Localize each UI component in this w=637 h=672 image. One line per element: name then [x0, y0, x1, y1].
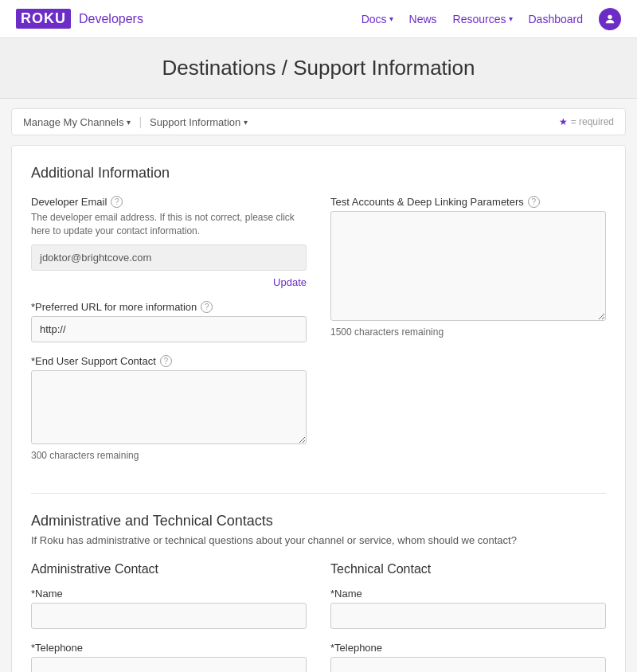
right-column: Test Accounts & Deep Linking Parameters … [330, 196, 606, 474]
technical-contact-heading: Technical Contact [330, 562, 606, 576]
developer-email-label: Developer Email ? [31, 196, 307, 208]
nav-news[interactable]: News [409, 13, 437, 25]
admin-contact-column: Administrative Contact *Name *Telephone … [31, 562, 307, 672]
admin-name-label: *Name [31, 588, 307, 600]
admin-telephone-label: *Telephone [31, 642, 307, 654]
preferred-url-input[interactable] [31, 316, 307, 342]
page-title: Destinations / Support Information [16, 56, 621, 80]
test-accounts-group: Test Accounts & Deep Linking Parameters … [330, 196, 606, 338]
breadcrumb-support-info[interactable]: Support Information ▾ [150, 116, 248, 128]
developer-email-group: Developer Email ? The developer email ad… [31, 196, 307, 288]
section-divider [31, 493, 606, 494]
admin-name-input[interactable] [31, 603, 307, 629]
admin-contact-heading: Administrative Contact [31, 562, 307, 576]
developer-email-description: The developer email address. If this is … [31, 211, 307, 238]
preferred-url-group: *Preferred URL for more information ? [31, 301, 307, 342]
user-avatar[interactable] [599, 8, 621, 30]
nav-docs[interactable]: Docs ▾ [361, 13, 393, 25]
nav-resources[interactable]: Resources ▾ [453, 13, 513, 25]
preferred-url-label: *Preferred URL for more information ? [31, 301, 307, 313]
admin-contacts-heading: Administrative and Technical Contacts [31, 513, 606, 529]
tech-name-label: *Name [330, 588, 606, 600]
roku-logo: ROKU [16, 9, 71, 29]
update-link[interactable]: Update [273, 276, 307, 288]
help-icon[interactable]: ? [201, 301, 213, 313]
tech-telephone-input[interactable] [330, 657, 606, 672]
breadcrumb-separator: | [139, 115, 142, 128]
end-user-support-input[interactable] [31, 370, 307, 444]
developer-email-value: jdoktor@brightcove.com [31, 244, 307, 271]
breadcrumb: Manage My Channels ▾ | Support Informati… [11, 108, 626, 135]
admin-contacts-description: If Roku has administrative or technical … [31, 534, 606, 546]
chevron-down-icon: ▾ [389, 14, 393, 23]
breadcrumb-manage-channels[interactable]: Manage My Channels ▾ [23, 116, 131, 128]
brand-name: Developers [79, 12, 143, 26]
end-user-support-char-count: 300 characters remaining [31, 450, 307, 461]
end-user-support-group: *End User Support Contact ? 300 characte… [31, 355, 307, 461]
additional-info-fields: Developer Email ? The developer email ad… [31, 196, 606, 474]
admin-telephone-input[interactable] [31, 657, 307, 672]
main-content: Additional Information Developer Email ?… [11, 145, 626, 672]
svg-point-0 [608, 14, 612, 18]
contacts-grid: Administrative Contact *Name *Telephone … [31, 562, 606, 672]
nav-logo: ROKU Developers [16, 9, 143, 29]
test-accounts-input[interactable] [330, 211, 606, 321]
navigation: ROKU Developers Docs ▾ News Resources ▾ … [0, 0, 637, 38]
tech-telephone-label: *Telephone [330, 642, 606, 654]
help-icon[interactable]: ? [111, 196, 123, 208]
technical-contact-column: Technical Contact *Name *Telephone *Emai… [330, 562, 606, 672]
admin-name-group: *Name [31, 588, 307, 629]
tech-name-input[interactable] [330, 603, 606, 629]
nav-dashboard[interactable]: Dashboard [529, 13, 584, 25]
help-icon[interactable]: ? [160, 355, 172, 367]
chevron-down-icon: ▾ [244, 118, 248, 127]
left-column: Developer Email ? The developer email ad… [31, 196, 307, 474]
tech-name-group: *Name [330, 588, 606, 629]
required-indicator: ★ = required [559, 116, 614, 127]
asterisk-icon: ★ [559, 116, 568, 127]
chevron-down-icon: ▾ [127, 118, 131, 127]
admin-telephone-group: *Telephone [31, 642, 307, 672]
tech-telephone-group: *Telephone [330, 642, 606, 672]
page-header: Destinations / Support Information [0, 38, 637, 99]
test-accounts-label: Test Accounts & Deep Linking Parameters … [330, 196, 606, 208]
help-icon[interactable]: ? [528, 196, 540, 208]
chevron-down-icon: ▾ [509, 14, 513, 23]
update-link-container: Update [31, 275, 307, 288]
end-user-support-label: *End User Support Contact ? [31, 355, 307, 367]
admin-contacts-section: Administrative and Technical Contacts If… [31, 513, 606, 672]
test-accounts-char-count: 1500 characters remaining [330, 326, 606, 338]
nav-links: Docs ▾ News Resources ▾ Dashboard [361, 8, 621, 30]
additional-info-heading: Additional Information [31, 165, 606, 182]
